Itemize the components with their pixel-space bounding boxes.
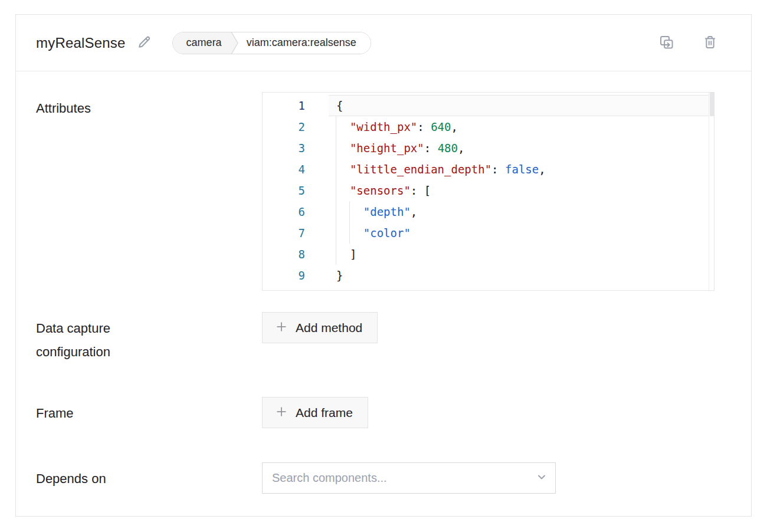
code-line: 4 "little_endian_depth": false, (263, 159, 714, 180)
editor-lines: 1{2 "width_px": 640,3 "height_px": 480,4… (263, 93, 714, 286)
code-line: 8 ] (263, 244, 714, 265)
component-type-pill: camera viam:camera:realsense (172, 32, 371, 54)
editor-scrollbar-thumb[interactable] (710, 93, 714, 116)
depends-on-row: Depends on (36, 462, 729, 494)
code-line: 1{ (263, 95, 714, 116)
rename-button[interactable] (136, 34, 152, 52)
search-components-input[interactable] (262, 462, 556, 494)
plus-icon (276, 321, 287, 335)
depends-on-select (262, 462, 556, 494)
code-line: 6 "depth", (263, 201, 714, 222)
component-name-title: myRealSense (36, 35, 126, 51)
card-body: Attributes 1{2 "width_px": 640,3 "height… (16, 71, 751, 511)
line-number: 7 (263, 222, 305, 244)
pencil-icon (136, 34, 152, 52)
line-number: 3 (263, 137, 305, 159)
depends-on-label: Depends on (36, 462, 183, 491)
pill-chevron-separator (230, 32, 240, 54)
code-line: 3 "height_px": 480, (263, 137, 714, 159)
pill-type-segment: camera (173, 32, 230, 54)
line-number: 9 (263, 265, 305, 286)
add-frame-label: Add frame (296, 406, 353, 420)
plus-icon (276, 406, 287, 420)
duplicate-icon (658, 34, 675, 52)
attributes-label: Attributes (36, 92, 183, 120)
frame-row: Frame Add frame (36, 397, 729, 428)
trash-icon (702, 34, 718, 52)
card-header: myRealSense camera viam:camera:realsense (16, 15, 751, 71)
line-number: 6 (263, 201, 305, 222)
component-config-card: myRealSense camera viam:camera:realsense (15, 14, 752, 517)
add-method-label: Add method (296, 321, 362, 335)
duplicate-button[interactable] (658, 34, 675, 52)
code-line: 2 "width_px": 640, (263, 116, 714, 137)
attributes-json-editor[interactable]: 1{2 "width_px": 640,3 "height_px": 480,4… (262, 92, 714, 291)
add-method-button[interactable]: Add method (262, 312, 378, 343)
attributes-row: Attributes 1{2 "width_px": 640,3 "height… (36, 92, 729, 291)
data-capture-label: Data capture configuration (36, 312, 183, 364)
frame-label: Frame (36, 397, 183, 425)
line-number: 1 (263, 95, 305, 116)
data-capture-row: Data capture configuration Add method (36, 312, 729, 364)
line-number: 4 (263, 159, 305, 180)
code-line: 9} (263, 265, 714, 286)
line-number: 2 (263, 116, 305, 137)
line-number: 8 (263, 244, 305, 265)
line-number: 5 (263, 180, 305, 201)
add-frame-button[interactable]: Add frame (262, 397, 368, 428)
delete-button[interactable] (702, 34, 718, 52)
editor-scrollbar[interactable] (709, 93, 714, 290)
code-line: 5 "sensors": [ (263, 180, 714, 201)
pill-model-segment: viam:camera:realsense (240, 32, 371, 54)
code-line: 7 "color" (263, 222, 714, 244)
